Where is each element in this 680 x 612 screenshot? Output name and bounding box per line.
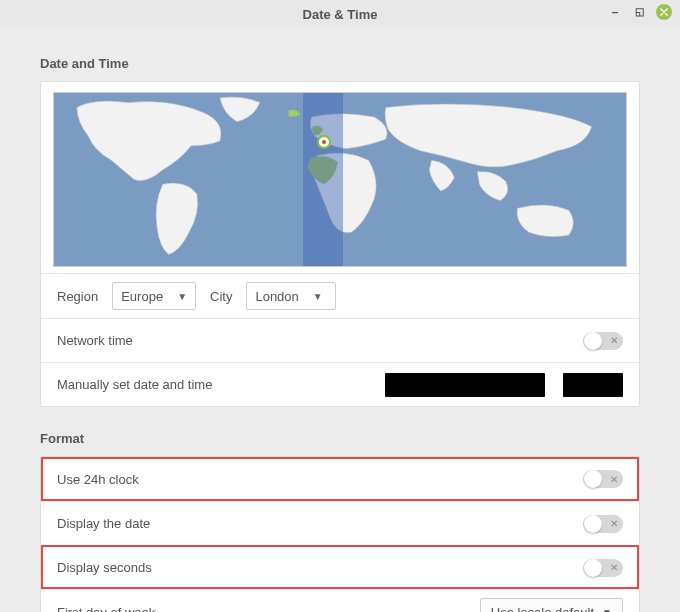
maximize-icon[interactable]: ◱ bbox=[632, 5, 646, 19]
close-icon[interactable] bbox=[656, 4, 672, 20]
display-date-row: Display the date ✕ bbox=[41, 501, 639, 545]
first-day-value: Use locale default bbox=[491, 605, 594, 613]
city-dropdown[interactable]: London ▼ bbox=[246, 282, 336, 310]
settings-window: Date & Time – ◱ Date and Time bbox=[0, 0, 680, 612]
chevron-down-icon: ▼ bbox=[602, 607, 612, 613]
window-controls: – ◱ bbox=[608, 4, 672, 20]
display-seconds-toggle[interactable]: ✕ bbox=[583, 559, 623, 577]
chevron-down-icon: ▼ bbox=[313, 291, 323, 302]
toggle-off-icon: ✕ bbox=[610, 562, 618, 573]
network-time-row: Network time ✕ bbox=[41, 318, 639, 362]
display-seconds-row: Display seconds ✕ bbox=[41, 545, 639, 589]
format-panel: Use 24h clock ✕ Display the date ✕ Displ… bbox=[40, 456, 640, 612]
first-day-dropdown[interactable]: Use locale default ▼ bbox=[480, 598, 623, 612]
minimize-icon[interactable]: – bbox=[608, 5, 622, 19]
titlebar: Date & Time – ◱ bbox=[0, 0, 680, 28]
timezone-band bbox=[303, 93, 343, 266]
content-area: Date and Time bbox=[0, 28, 680, 612]
use-24h-row: Use 24h clock ✕ bbox=[41, 457, 639, 501]
map-row bbox=[41, 82, 639, 273]
region-value: Europe bbox=[121, 289, 163, 304]
time-field[interactable] bbox=[563, 373, 623, 397]
use-24h-toggle[interactable]: ✕ bbox=[583, 470, 623, 488]
section-title-format: Format bbox=[40, 431, 640, 446]
region-city-row: Region Europe ▼ City London ▼ bbox=[41, 273, 639, 318]
datetime-panel: Region Europe ▼ City London ▼ Network ti… bbox=[40, 81, 640, 407]
network-time-label: Network time bbox=[57, 333, 133, 348]
manual-datetime-row: Manually set date and time bbox=[41, 362, 639, 406]
toggle-off-icon: ✕ bbox=[610, 474, 618, 485]
display-seconds-label: Display seconds bbox=[57, 560, 152, 575]
region-label: Region bbox=[57, 289, 98, 304]
toggle-off-icon: ✕ bbox=[610, 335, 618, 346]
display-date-label: Display the date bbox=[57, 516, 150, 531]
city-label: City bbox=[210, 289, 232, 304]
timezone-map[interactable] bbox=[53, 92, 627, 267]
first-day-row: First day of week Use locale default ▼ bbox=[41, 589, 639, 612]
toggle-off-icon: ✕ bbox=[610, 518, 618, 529]
location-marker-icon bbox=[317, 135, 331, 149]
network-time-toggle[interactable]: ✕ bbox=[583, 332, 623, 350]
manual-datetime-label: Manually set date and time bbox=[57, 377, 212, 392]
date-field[interactable] bbox=[385, 373, 545, 397]
section-title-datetime: Date and Time bbox=[40, 56, 640, 71]
display-date-toggle[interactable]: ✕ bbox=[583, 515, 623, 533]
use-24h-label: Use 24h clock bbox=[57, 472, 139, 487]
chevron-down-icon: ▼ bbox=[177, 291, 187, 302]
first-day-label: First day of week bbox=[57, 605, 155, 613]
city-value: London bbox=[255, 289, 298, 304]
window-title: Date & Time bbox=[303, 7, 378, 22]
region-dropdown[interactable]: Europe ▼ bbox=[112, 282, 196, 310]
